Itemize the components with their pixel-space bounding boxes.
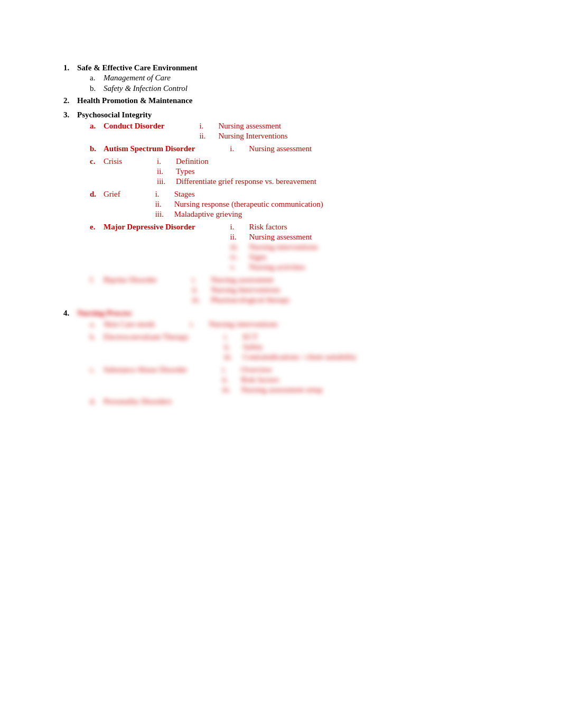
main-label-text-4: Nursing Process [77, 309, 132, 318]
main-item-1: 1.Safe & Effective Care Environmenta.Man… [63, 63, 508, 93]
roman-item-3: iv.Signs [230, 253, 318, 262]
roman-label-2: Nursing interventions [249, 243, 318, 252]
alpha-marker-3: d. [90, 190, 100, 199]
roman-label-1: Risk factors [241, 375, 279, 384]
roman-label-0: Nursing assessment [249, 144, 312, 153]
alpha-item-1-1: b.Safety & Infection Control [90, 84, 508, 93]
roman-item-0: i.Stages [155, 190, 323, 199]
alpha-marker-0: a. [90, 73, 100, 82]
alpha-marker-5: f. [90, 275, 100, 284]
alpha-marker-1: b. [90, 84, 100, 93]
roman-label-0: Nursing interventions [209, 320, 277, 329]
roman-label-0: Overview [241, 365, 272, 374]
roman-item-0: i.ECT [224, 333, 357, 342]
roman-marker-0: i. [222, 365, 238, 374]
roman-marker-1: ii. [192, 285, 208, 294]
alpha-label-0: Management of Care [104, 73, 171, 82]
roman-marker-2: iii. [155, 210, 171, 219]
roman-label-1: Nursing Interventions [218, 132, 287, 141]
alpha-item-3-4: e.Major Depressive Disorderi.Risk factor… [90, 222, 508, 273]
alpha-label-0: Conduct Disorder [104, 122, 164, 131]
roman-marker-0: i. [199, 122, 215, 131]
roman-label-2: Differentiate grief response vs. bereave… [176, 177, 316, 186]
roman-item-2: iii.Contraindications / client suitabili… [224, 353, 357, 362]
roman-label-2: Contraindications / client suitability [243, 353, 357, 362]
alpha-label-1: Electroconvulsant Therapy [104, 333, 189, 342]
roman-label-2: Maladaptive grieving [174, 210, 242, 219]
alpha-item-1-0: a.Management of Care [90, 73, 508, 82]
roman-marker-1: ii. [224, 343, 240, 352]
alpha-marker-2: c. [90, 157, 100, 166]
main-item-2: 2.Health Promotion & Maintenance [63, 96, 508, 105]
alpha-marker-1: b. [90, 333, 100, 342]
alpha-item-3-1: b.Autism Spectrum Disorderi.Nursing asse… [90, 143, 508, 154]
roman-marker-1: ii. [230, 233, 246, 242]
alpha-item-4-2: c.Substance Abuse Disorderi.Overviewii.R… [90, 364, 508, 395]
alpha-marker-3: d. [90, 397, 100, 406]
roman-item-2: iii.Differentiate grief response vs. ber… [157, 177, 316, 186]
roman-item-2: iii.Nursing assessment setup [222, 385, 322, 394]
main-item-4: 4.Nursing Processa.Skin Care needsi.Nurs… [63, 309, 508, 406]
roman-item-0: i.Nursing assessment [230, 144, 312, 153]
main-num-1: 1. [63, 63, 74, 72]
alpha-label-1: Safety & Infection Control [104, 84, 188, 93]
alpha-label-4: Major Depressive Disorder [104, 223, 195, 232]
roman-marker-0: i. [224, 333, 240, 342]
alpha-item-3-3: d.Griefi.Stagesii.Nursing response (ther… [90, 189, 508, 220]
alpha-item-4-1: b.Electroconvulsant Therapyi.ECTii.Safet… [90, 331, 508, 363]
roman-marker-0: i. [230, 223, 246, 232]
roman-item-0: i.Nursing assessment [199, 122, 287, 131]
alpha-marker-2: c. [90, 365, 100, 374]
main-num-4: 4. [63, 309, 74, 318]
alpha-marker-1: b. [90, 144, 100, 153]
main-label-text-1: Safe & Effective Care Environment [77, 63, 198, 72]
roman-marker-2: iii. [224, 353, 240, 362]
roman-label-1: Nursing response (therapeutic communicat… [174, 200, 323, 209]
roman-label-2: Pharmacological therapy [211, 296, 290, 305]
roman-label-0: Stages [174, 190, 195, 199]
alpha-item-3-5: f.Bipolar Disorderi.Nursing assessmentii… [90, 274, 508, 306]
roman-item-2: iii.Nursing interventions [230, 243, 318, 252]
roman-marker-0: i. [230, 144, 246, 153]
roman-label-1: Types [176, 167, 195, 176]
roman-item-1: ii.Nursing Interventions [199, 132, 287, 141]
roman-marker-3: iv. [230, 253, 246, 262]
roman-marker-1: ii. [155, 200, 171, 209]
alpha-label-3: Personality Disorders [104, 397, 172, 406]
alpha-label-1: Autism Spectrum Disorder [104, 144, 195, 153]
alpha-item-4-0: a.Skin Care needsi.Nursing interventions [90, 319, 508, 330]
roman-label-3: Signs [249, 253, 267, 262]
main-label-text-2: Health Promotion & Maintenance [77, 96, 192, 105]
roman-item-2: iii.Maladaptive grieving [155, 210, 323, 219]
roman-item-1: ii.Nursing Interventions [192, 285, 290, 294]
roman-marker-0: i. [190, 320, 205, 329]
roman-label-0: Definition [176, 157, 209, 166]
roman-marker-1: ii. [222, 375, 238, 384]
roman-marker-1: ii. [157, 167, 173, 176]
roman-item-4: v.Nursing activities [230, 263, 318, 272]
alpha-marker-4: e. [90, 223, 100, 232]
roman-label-1: Nursing assessment [249, 233, 312, 242]
alpha-item-3-2: c.Crisisi.Definitionii.Typesiii.Differen… [90, 156, 508, 187]
roman-item-0: i.Definition [157, 157, 316, 166]
roman-item-1: ii.Nursing assessment [230, 233, 318, 242]
roman-marker-0: i. [155, 190, 171, 199]
roman-item-0: i.Nursing interventions [190, 320, 277, 329]
main-num-3: 3. [63, 110, 74, 119]
roman-marker-0: i. [192, 275, 208, 284]
roman-label-0: Nursing assessment [218, 122, 281, 131]
roman-item-0: i.Overview [222, 365, 322, 374]
roman-item-1: ii.Types [157, 167, 316, 176]
roman-item-1: ii.Nursing response (therapeutic communi… [155, 200, 323, 209]
roman-label-1: Safety [243, 343, 263, 352]
alpha-item-3-0: a.Conduct Disorderi.Nursing assessmentii… [90, 121, 508, 142]
roman-marker-1: ii. [199, 132, 215, 141]
roman-label-0: Nursing assessment [211, 275, 274, 284]
roman-item-0: i.Nursing assessment [192, 275, 290, 284]
roman-label-1: Nursing Interventions [211, 285, 280, 294]
main-item-3: 3.Psychosocial Integritya.Conduct Disord… [63, 110, 508, 306]
roman-item-2: iii.Pharmacological therapy [192, 296, 290, 305]
alpha-label-5: Bipolar Disorder [104, 275, 157, 284]
roman-marker-2: iii. [192, 296, 208, 305]
alpha-marker-0: a. [90, 122, 100, 131]
